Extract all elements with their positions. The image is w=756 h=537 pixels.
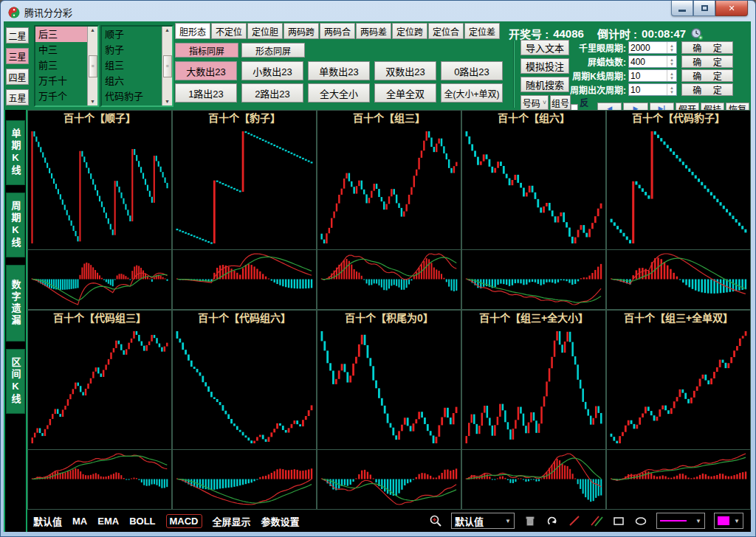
parallel-lines-icon[interactable]	[590, 514, 603, 527]
kline-canvas[interactable]	[462, 325, 605, 449]
sync-button-2[interactable]: 形态同屏	[241, 43, 305, 58]
indicator-item-ema[interactable]: EMA	[97, 516, 119, 527]
chart-panel[interactable]: 百十个【组三】	[317, 110, 461, 310]
confirm-button[interactable]: 确 定	[681, 55, 733, 68]
sync-button-1[interactable]: 指标同屏	[175, 43, 238, 58]
filter-button[interactable]: 单数出23	[308, 61, 370, 80]
confirm-button[interactable]: 确 定	[681, 69, 733, 82]
scroll-thumb[interactable]: ≡	[89, 55, 97, 77]
maximize-button[interactable]	[693, 1, 715, 16]
mode-tab-1[interactable]: 胆形态	[175, 23, 210, 39]
macd-canvas[interactable]	[607, 249, 750, 308]
setting-input[interactable]	[629, 70, 667, 81]
setting-spinner[interactable]: ▲▼	[628, 41, 677, 54]
list-item[interactable]: 顺子	[102, 27, 162, 42]
line-color-dropdown[interactable]: ▼	[714, 513, 743, 529]
confirm-button[interactable]: 确 定	[681, 41, 733, 54]
filter-button[interactable]: 双数出23	[374, 61, 436, 80]
indicator-item-[interactable]: 默认值	[33, 514, 62, 528]
macd-canvas[interactable]	[173, 249, 316, 308]
spinner-arrows-icon[interactable]: ▲▼	[667, 70, 676, 81]
kline-canvas[interactable]	[317, 325, 461, 449]
indicator-item-[interactable]: 参数设置	[261, 514, 300, 528]
filter-button[interactable]: 小数出23	[241, 61, 303, 80]
chart-panel[interactable]: 百十个【代码组六】	[172, 310, 317, 510]
mode-tab-2[interactable]: 不定位	[211, 23, 247, 39]
rectangle-tool-icon[interactable]	[612, 514, 625, 527]
scroll-up-icon[interactable]: ▲	[165, 27, 170, 33]
kline-canvas[interactable]	[462, 125, 605, 249]
sidebar-tab-single-kline[interactable]: 单期K线	[6, 120, 25, 185]
minimize-button[interactable]	[671, 1, 693, 16]
star-tab-4[interactable]: 五星	[6, 89, 29, 105]
scroll-up-icon[interactable]: ▲	[90, 27, 95, 33]
macd-canvas[interactable]	[607, 449, 750, 508]
scroll-thumb[interactable]: ≡	[163, 55, 172, 77]
macd-canvas[interactable]	[462, 449, 605, 508]
list-item[interactable]: 后三	[35, 27, 87, 42]
kline-canvas[interactable]	[28, 125, 171, 249]
kline-canvas[interactable]	[173, 125, 316, 249]
ellipse-tool-icon[interactable]	[634, 514, 647, 527]
filter-button[interactable]: 2路出23	[241, 83, 303, 103]
chart-panel[interactable]: 百十个【组三+全大小】	[461, 310, 606, 510]
indicator-item-[interactable]: 全屏显示	[213, 514, 251, 528]
indicator-item-boll[interactable]: BOLL	[129, 516, 155, 527]
filter-button[interactable]: 大数出23	[175, 61, 237, 80]
kline-canvas[interactable]	[607, 325, 750, 449]
star-tab-3[interactable]: 四星	[6, 69, 29, 85]
filter-button[interactable]: 全大全小	[308, 83, 370, 103]
position-list-scrollbar[interactable]: ▲≡▼	[87, 27, 97, 105]
indicator-item-macd[interactable]: MACD	[166, 514, 202, 528]
spinner-arrows-icon[interactable]: ▲▼	[667, 56, 676, 67]
preset-dropdown[interactable]: 默认值 ▼	[451, 513, 515, 529]
chart-panel[interactable]: 百十个【组三+全单双】	[606, 310, 751, 510]
mode-tab-4[interactable]: 两码跨	[284, 23, 319, 39]
list-item[interactable]: 中三	[35, 42, 87, 58]
macd-canvas[interactable]	[317, 449, 461, 508]
trash-icon[interactable]	[523, 514, 537, 527]
confirm-button[interactable]: 确 定	[681, 83, 733, 96]
sidebar-tab-number-omit[interactable]: 数字遗漏	[6, 265, 25, 342]
setting-spinner[interactable]: ▲▼	[628, 55, 677, 68]
scroll-down-icon[interactable]: ▼	[90, 99, 95, 105]
undo-icon[interactable]	[546, 514, 559, 527]
chart-panel[interactable]: 百十个【代码组三】	[27, 310, 172, 510]
mode-tab-7[interactable]: 定位跨	[392, 23, 427, 39]
chart-panel[interactable]: 百十个【积尾为0】	[317, 310, 461, 510]
chart-panel[interactable]: 百十个【代码豹子】	[606, 110, 751, 310]
filter-button[interactable]: 0路出23	[441, 61, 503, 80]
macd-canvas[interactable]	[28, 449, 171, 508]
kline-canvas[interactable]	[173, 325, 316, 449]
macd-canvas[interactable]	[462, 249, 605, 308]
setting-spinner[interactable]: ▲▼	[628, 83, 677, 96]
sidebar-tab-period-kline[interactable]: 周期K线	[6, 193, 25, 257]
kline-canvas[interactable]	[607, 125, 750, 249]
position-listbox[interactable]: 后三中三前三万千十万千个▲≡▼	[34, 25, 99, 107]
mode-tab-8[interactable]: 定位合	[428, 23, 464, 39]
pattern-list-scrollbar[interactable]: ▲≡▼	[162, 27, 172, 105]
draw-line-icon[interactable]	[568, 514, 581, 527]
filter-button[interactable]: 1路出23	[175, 83, 237, 103]
macd-canvas[interactable]	[173, 449, 316, 508]
line-style-dropdown[interactable]: ▼	[656, 513, 705, 529]
chart-panel[interactable]: 百十个【豹子】	[172, 110, 317, 310]
list-item[interactable]: 组三	[102, 58, 162, 73]
close-button[interactable]: ✕	[715, 1, 748, 16]
macd-canvas[interactable]	[317, 249, 461, 308]
chart-panel[interactable]: 百十个【组六】	[461, 110, 606, 310]
mode-tab-9[interactable]: 定位差	[464, 23, 500, 39]
kline-canvas[interactable]	[28, 325, 171, 449]
filter-button[interactable]: 全单全双	[374, 83, 436, 103]
filter-button[interactable]: 全(大小+单双)	[441, 83, 503, 103]
macd-canvas[interactable]	[28, 249, 171, 308]
pattern-listbox[interactable]: 顺子豹子组三组六代码豹子▲≡▼	[100, 25, 173, 107]
setting-input[interactable]	[629, 84, 667, 95]
mode-tab-6[interactable]: 两码差	[356, 23, 391, 39]
list-item[interactable]: 组六	[102, 73, 162, 89]
mode-tab-3[interactable]: 定位胆	[247, 23, 283, 39]
spinner-arrows-icon[interactable]: ▲▼	[667, 42, 676, 53]
star-tab-1[interactable]: 二星	[6, 27, 29, 44]
scroll-down-icon[interactable]: ▼	[165, 99, 170, 105]
indicator-item-ma[interactable]: MA	[72, 516, 87, 527]
